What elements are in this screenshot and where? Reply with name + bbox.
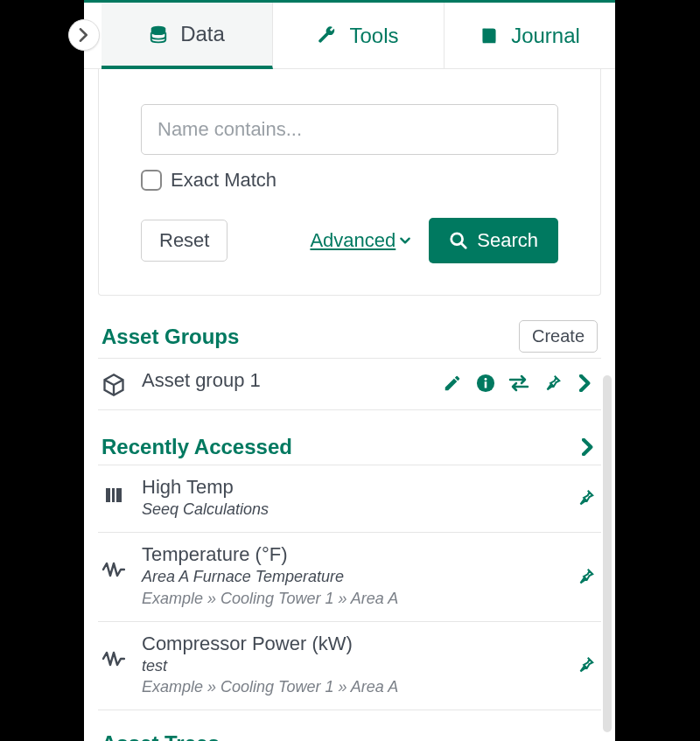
info-icon[interactable]: [475, 373, 496, 394]
svg-rect-8: [112, 488, 115, 502]
recent-item-title: Temperature (°F): [142, 543, 559, 566]
asset-trees-title: Asset Trees: [102, 731, 220, 741]
tab-tools[interactable]: Tools: [273, 3, 444, 68]
recent-item-subtitle: test: [142, 655, 559, 676]
cube-icon: [102, 373, 126, 397]
wrench-icon: [318, 26, 337, 45]
search-icon: [449, 231, 468, 250]
svg-rect-7: [106, 488, 110, 502]
recent-item-subtitle: Seeq Calculations: [142, 499, 559, 520]
tab-tools-label: Tools: [349, 24, 398, 48]
recent-item-title: Compressor Power (kW): [142, 633, 559, 655]
advanced-label: Advanced: [310, 229, 396, 252]
name-contains-input[interactable]: [141, 104, 558, 155]
database-icon: [149, 24, 168, 44]
section-asset-trees: Asset Trees: [98, 731, 601, 741]
svg-point-6: [485, 378, 487, 381]
svg-line-3: [461, 243, 466, 248]
recent-item-path: Example » Cooling Tower 1 » Area A: [142, 588, 559, 609]
section-asset-groups: Asset Groups Create Asset group 1: [98, 320, 601, 410]
panel-frame: Data Tools Journal Exact Match Reset: [84, 0, 615, 741]
chevron-down-icon: [399, 234, 411, 247]
signal-icon: [102, 647, 126, 671]
svg-rect-1: [483, 28, 486, 43]
exact-match-checkbox[interactable]: [141, 170, 162, 191]
recent-item-path: Example » Cooling Tower 1 » Area A: [142, 676, 559, 697]
asset-group-name: Asset group 1: [142, 369, 426, 392]
search-button-label: Search: [477, 229, 538, 252]
recent-item-title: High Temp: [142, 476, 559, 499]
recent-item[interactable]: Compressor Power (kW) test Example » Coo…: [98, 622, 601, 711]
recently-accessed-expand[interactable]: [578, 435, 598, 459]
condition-icon: [102, 483, 126, 507]
pin-icon[interactable]: [575, 487, 596, 508]
recent-item[interactable]: High Temp Seeq Calculations: [98, 465, 601, 533]
scrollbar[interactable]: [603, 375, 612, 732]
pin-icon[interactable]: [575, 654, 596, 675]
svg-rect-9: [116, 488, 122, 502]
pin-icon[interactable]: [542, 373, 563, 394]
book-icon: [480, 26, 499, 45]
recent-item[interactable]: Temperature (°F) Area A Furnace Temperat…: [98, 533, 601, 622]
signal-icon: [102, 557, 126, 582]
advanced-link[interactable]: Advanced: [310, 229, 411, 252]
recent-item-subtitle: Area A Furnace Temperature: [142, 566, 559, 587]
tab-journal-label: Journal: [511, 24, 580, 48]
asset-groups-title: Asset Groups: [102, 325, 239, 349]
edit-icon[interactable]: [442, 373, 463, 394]
content-scroll: Exact Match Reset Advanced Search Asset …: [84, 69, 615, 741]
exact-match-label: Exact Match: [171, 169, 276, 192]
section-recently-accessed: Recently Accessed High Temp Seeq Calcula…: [98, 435, 601, 710]
create-asset-group-button[interactable]: Create: [519, 320, 598, 353]
reset-button[interactable]: Reset: [141, 220, 228, 262]
recently-accessed-title: Recently Accessed: [102, 435, 292, 459]
search-card: Exact Match Reset Advanced Search: [98, 69, 601, 296]
pin-icon[interactable]: [575, 566, 596, 587]
exact-match-row: Exact Match: [141, 169, 558, 192]
tab-data-label: Data: [180, 22, 225, 46]
search-button[interactable]: Search: [429, 218, 558, 263]
tab-data[interactable]: Data: [102, 3, 273, 69]
asset-group-item[interactable]: Asset group 1: [98, 359, 601, 410]
chevron-right-icon[interactable]: [575, 373, 596, 394]
svg-rect-5: [485, 381, 487, 388]
search-actions: Reset Advanced Search: [141, 218, 558, 263]
swap-icon[interactable]: [508, 373, 529, 394]
tab-journal[interactable]: Journal: [444, 3, 615, 68]
panel-expand-handle[interactable]: [68, 19, 100, 51]
tab-bar: Data Tools Journal: [84, 3, 615, 69]
